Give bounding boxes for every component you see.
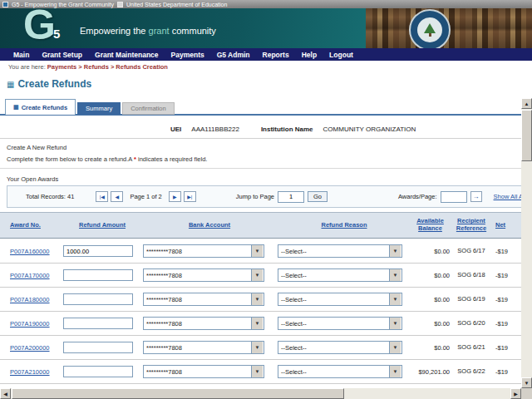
window-title-left: G5 - Empowering the Grant Community	[12, 2, 114, 7]
bank-account-select[interactable]: *********7808▼	[143, 341, 264, 354]
header-refund-reason[interactable]: Refund Reason	[321, 222, 367, 229]
awards-per-page-go-icon[interactable]: →	[470, 191, 482, 202]
breadcrumb: You are here: Payments > Refunds > Refun…	[8, 63, 168, 71]
nav-item-grant-setup[interactable]: Grant Setup	[42, 51, 82, 59]
bank-account-select[interactable]: *********7808▼	[143, 293, 264, 306]
dropdown-arrow-icon: ▼	[389, 366, 401, 377]
next-page-button[interactable]: ▶	[169, 191, 181, 202]
last-page-button[interactable]: ▶|	[184, 191, 196, 202]
dropdown-arrow-icon: ▼	[389, 269, 401, 281]
window-title-right: United States Department of Education	[126, 2, 227, 7]
institution-name-value: COMMUNITY ORGANIZATION	[323, 126, 416, 133]
refund-amount-input[interactable]	[63, 366, 133, 377]
bank-account-select[interactable]: *********7808▼	[143, 365, 264, 378]
prev-page-button[interactable]: ◀	[111, 191, 123, 202]
bank-account-select[interactable]: *********7808▼	[143, 268, 264, 282]
jump-to-page-input[interactable]	[278, 191, 304, 203]
refund-reason-select[interactable]: --Select--▼	[278, 341, 402, 354]
nav-item-g5-admin[interactable]: G5 Admin	[217, 51, 250, 59]
tab-create-refunds[interactable]: ▦ Create Refunds	[5, 99, 76, 115]
tab-summary[interactable]: Summary	[77, 102, 121, 115]
bank-account-select[interactable]: *********7808▼	[143, 317, 264, 330]
table-row: P007A210000 *********7808▼ --Select--▼ $…	[0, 360, 521, 384]
refund-amount-input[interactable]	[63, 342, 133, 353]
refund-reason-select[interactable]: --Select--▼	[278, 244, 402, 258]
tab-create-icon: ▦	[13, 104, 19, 111]
refund-amount-input[interactable]	[63, 245, 133, 257]
net-value: -$19	[490, 344, 521, 352]
nav-item-main[interactable]: Main	[13, 51, 29, 59]
table-row: P007A200000 *********7808▼ --Select--▼ $…	[0, 336, 521, 360]
available-balance: $0.00	[411, 272, 452, 279]
awards-per-page-input[interactable]	[441, 191, 467, 203]
header-award-no[interactable]: Award No.	[10, 222, 41, 229]
vertical-scrollbar[interactable]	[521, 98, 532, 388]
main-nav-bar: Main Grant Setup Grant Maintenance Payme…	[0, 48, 532, 61]
go-button[interactable]: Go	[308, 191, 328, 202]
form-instructions: Complete the form below to create a refu…	[7, 155, 207, 163]
recipient-reference: SOG 6/21	[452, 344, 490, 352]
header-refund-amount[interactable]: Refund Amount	[79, 222, 126, 229]
refund-reason-value: --Select--	[278, 344, 389, 352]
dropdown-arrow-icon: ▼	[251, 318, 263, 329]
show-all-link[interactable]: Show All A	[494, 193, 521, 200]
bank-account-value: *********7808	[144, 320, 251, 328]
page-heading: ▦ Create Refunds	[7, 78, 91, 90]
first-page-button[interactable]: |◀	[96, 191, 108, 202]
dropdown-arrow-icon: ▼	[389, 293, 401, 305]
nav-item-help[interactable]: Help	[302, 51, 317, 59]
recipient-reference: SOG 6/19	[452, 296, 490, 303]
awards-per-page-label: Awards/Page:	[398, 193, 437, 200]
available-balance: $0.00	[411, 320, 452, 328]
award-link[interactable]: P007A190000	[10, 320, 50, 328]
seal-tree-icon	[424, 23, 436, 33]
window-title-strip: G5 - Empowering the Grant Community Unit…	[0, 0, 532, 8]
vertical-scroll-thumb[interactable]	[521, 110, 532, 161]
nav-item-reports[interactable]: Reports	[263, 51, 289, 59]
scroll-up-icon[interactable]	[521, 98, 532, 109]
award-link[interactable]: P007A160000	[10, 248, 50, 255]
scroll-left-icon[interactable]	[0, 388, 11, 399]
nav-item-logout[interactable]: Logout	[329, 51, 353, 59]
net-value: -$19	[490, 320, 521, 328]
uei-value: AAA111BBB222	[191, 126, 239, 133]
bank-account-value: *********7808	[144, 248, 251, 255]
award-link[interactable]: P007A180000	[10, 296, 50, 303]
header-net[interactable]: Net	[495, 222, 505, 229]
refund-amount-input[interactable]	[63, 269, 133, 281]
dropdown-arrow-icon: ▼	[389, 342, 401, 353]
horizontal-scroll-thumb[interactable]	[12, 388, 344, 399]
bank-account-select[interactable]: *********7808▼	[143, 244, 264, 258]
table-header: Award No. Refund Amount Bank Account Ref…	[0, 212, 521, 239]
scroll-down-icon[interactable]	[521, 377, 532, 388]
refund-amount-input[interactable]	[63, 318, 133, 329]
dropdown-arrow-icon: ▼	[251, 366, 263, 377]
section-create-refund: Create A New Refund	[7, 144, 66, 151]
dropdown-arrow-icon: ▼	[251, 293, 263, 305]
scroll-right-icon[interactable]	[510, 388, 521, 399]
award-link[interactable]: P007A210000	[10, 368, 50, 376]
banner-tagline: Empowering the grant community	[80, 26, 216, 36]
header-recipient-reference[interactable]: Recipient Reference	[452, 218, 490, 232]
horizontal-scrollbar[interactable]	[0, 388, 521, 399]
refund-amount-input[interactable]	[63, 293, 133, 305]
nav-item-payments[interactable]: Payments	[171, 51, 204, 59]
awards-table-body: P007A160000 *********7808▼ --Select--▼ $…	[0, 239, 521, 384]
table-row: P007A160000 *********7808▼ --Select--▼ $…	[0, 239, 521, 264]
award-link[interactable]: P007A170000	[10, 272, 50, 279]
refund-reason-select[interactable]: --Select--▼	[278, 293, 402, 306]
header-available-balance[interactable]: Available Balance	[411, 218, 450, 232]
table-row: P007A180000 *********7808▼ --Select--▼ $…	[0, 288, 521, 312]
breadcrumb-path[interactable]: Payments > Refunds > Refunds Creation	[47, 63, 168, 71]
award-link[interactable]: P007A200000	[10, 344, 50, 352]
header-bank-account[interactable]: Bank Account	[189, 222, 230, 229]
table-row: P007A190000 *********7808▼ --Select--▼ $…	[0, 312, 521, 336]
refund-reason-select[interactable]: --Select--▼	[278, 268, 402, 282]
refund-reason-select[interactable]: --Select--▼	[278, 317, 402, 330]
section-divider	[0, 168, 521, 169]
net-value: -$19	[490, 368, 521, 376]
refund-reason-select[interactable]: --Select--▼	[278, 365, 402, 378]
net-value: -$19	[490, 272, 521, 279]
scrollbar-corner	[521, 388, 532, 399]
nav-item-grant-maintenance[interactable]: Grant Maintenance	[95, 51, 159, 59]
